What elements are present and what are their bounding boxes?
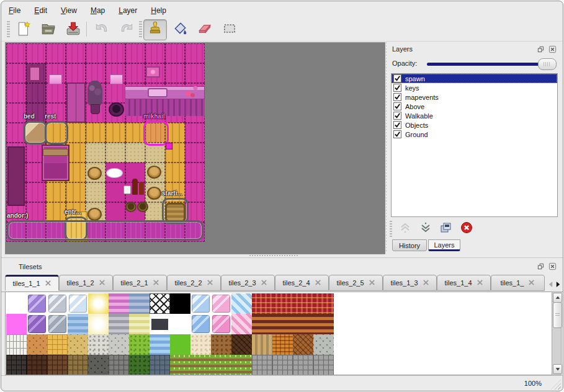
tileset-tile[interactable] [252,355,272,375]
open-button[interactable] [37,19,60,40]
tileset-tile[interactable] [313,314,334,334]
tileset-tile[interactable] [272,314,293,334]
rect-select-button[interactable] [218,19,241,40]
map-viewport[interactable]: bedrestmikhailstarti...entr...andor:) [5,42,385,254]
tileset-tile[interactable] [252,314,272,334]
eraser-button[interactable] [193,19,217,40]
layer-row-objects[interactable]: Objects [392,120,557,130]
tileset-grid[interactable] [5,292,552,375]
tileset-tab-tiles_2_3[interactable]: tiles_2_3 [221,275,275,291]
tileset-tile[interactable] [231,314,252,334]
tileset-tile[interactable] [150,293,170,314]
map-object-rest[interactable] [45,121,68,145]
tileset-tab-tiles_1_4[interactable]: tiles_1_4 [437,275,491,291]
tileset-tile[interactable] [293,314,313,334]
tileset-tile[interactable] [6,334,27,355]
tileset-tile[interactable] [27,355,47,375]
layer-visibility-checkbox[interactable] [393,112,401,120]
map-canvas[interactable]: bedrestmikhailstarti...entr...andor:) [6,43,205,242]
tileset-tile[interactable] [27,293,47,314]
toolbar-handle[interactable] [7,21,10,38]
tab-scroll-left-icon[interactable] [547,278,554,290]
tileset-tile[interactable] [129,355,150,375]
toolbar-handle[interactable] [390,221,392,237]
scrollbar-thumb[interactable] [553,302,562,328]
tileset-tile[interactable] [313,334,334,355]
tileset-tile[interactable] [313,293,334,314]
tileset-tab-tiles_2_5[interactable]: tiles_2_5 [329,275,383,291]
tileset-tile[interactable] [88,355,109,375]
tileset-tile[interactable] [47,334,68,355]
tileset-tile[interactable] [231,355,252,375]
tileset-tile[interactable] [6,293,27,314]
tileset-tile[interactable] [190,355,211,375]
map-object-mikhail[interactable] [143,121,169,146]
tileset-tile[interactable] [88,334,109,355]
undo-button[interactable] [90,19,114,40]
redo-button[interactable] [115,19,138,40]
layer-row-ground[interactable]: Ground [392,130,557,139]
tileset-tile[interactable] [231,293,252,314]
layer-visibility-checkbox[interactable] [393,84,401,92]
tileset-tile[interactable] [47,355,68,375]
menu-help[interactable]: Help [147,5,170,16]
tileset-tile[interactable] [6,355,27,375]
tileset-tile[interactable] [170,293,190,314]
close-icon[interactable] [548,262,557,271]
tileset-tile[interactable] [68,314,88,334]
map-object-andor[interactable] [7,220,204,241]
float-icon[interactable] [536,45,545,54]
tileset-tile[interactable] [129,314,150,334]
close-icon[interactable] [548,45,557,54]
tab-close-icon[interactable] [477,279,483,287]
tileset-tab-tiles_1_[interactable]: tiles_1_ [491,275,545,291]
tileset-tile[interactable] [211,293,231,314]
scroll-up-icon[interactable] [553,293,562,303]
scroll-down-icon[interactable] [553,364,562,374]
opacity-slider-handle[interactable] [538,58,557,70]
layer-visibility-checkbox[interactable] [393,102,401,110]
tileset-tile[interactable] [88,293,109,314]
tileset-tile[interactable] [190,334,211,355]
tab-close-icon[interactable] [207,279,213,287]
tileset-tile[interactable] [211,334,231,355]
tileset-tile[interactable] [272,334,293,355]
tileset-tile[interactable] [170,334,190,355]
tileset-tile[interactable] [190,314,211,334]
menu-edit[interactable]: Edit [30,5,51,16]
menu-layer[interactable]: Layer [115,5,141,16]
tileset-tile[interactable] [272,355,293,375]
tab-close-icon[interactable] [153,279,159,287]
tileset-tile[interactable] [150,334,170,355]
tileset-tile[interactable] [170,355,190,375]
save-button[interactable] [61,19,85,40]
horizontal-splitter[interactable] [1,253,563,257]
tileset-tile[interactable] [252,334,272,355]
tileset-tile[interactable] [27,334,47,355]
layer-visibility-checkbox[interactable] [393,74,401,82]
tileset-tile[interactable] [211,355,231,375]
tileset-tile[interactable] [68,293,88,314]
opacity-slider[interactable] [427,63,555,66]
tileset-tile[interactable] [109,314,129,334]
tab-history[interactable]: History [392,239,427,251]
tileset-tab-tiles_1_1[interactable]: tiles_1_1 [5,275,59,291]
tileset-tile[interactable] [150,355,170,375]
layer-row-spawn[interactable]: spawn [392,74,557,83]
tileset-tile[interactable] [170,314,190,334]
tab-close-icon[interactable] [315,279,321,287]
raise-layer-button[interactable] [396,220,414,238]
tileset-tab-tiles_1_3[interactable]: tiles_1_3 [383,275,437,291]
delete-layer-button[interactable] [457,220,475,238]
tileset-tab-tiles_2_2[interactable]: tiles_2_2 [167,275,221,291]
tileset-tile[interactable] [109,355,129,375]
bucket-fill-button[interactable] [168,19,192,40]
tileset-tab-tiles_2_1[interactable]: tiles_2_1 [113,275,167,291]
map-object-bed[interactable] [24,121,47,145]
layer-row-above[interactable]: Above [392,102,557,111]
tileset-tile[interactable] [68,334,88,355]
tileset-tile[interactable] [211,314,231,334]
toolbar-handle[interactable] [139,21,142,38]
menu-view[interactable]: View [57,5,81,16]
tileset-tile[interactable] [231,334,252,355]
